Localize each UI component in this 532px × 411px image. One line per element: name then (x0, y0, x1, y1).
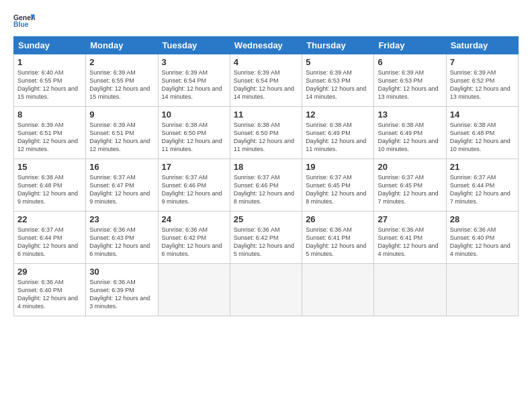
calendar-cell: 23Sunrise: 6:36 AM Sunset: 6:43 PM Dayli… (86, 212, 158, 264)
cell-details: Sunrise: 6:39 AM Sunset: 6:52 PM Dayligh… (450, 68, 515, 101)
calendar-cell: 28Sunrise: 6:36 AM Sunset: 6:40 PM Dayli… (446, 212, 518, 264)
cell-details: Sunrise: 6:39 AM Sunset: 6:54 PM Dayligh… (162, 68, 226, 101)
calendar-cell: 3Sunrise: 6:39 AM Sunset: 6:54 PM Daylig… (158, 54, 230, 107)
day-number: 3 (162, 57, 226, 67)
cell-details: Sunrise: 6:37 AM Sunset: 6:46 PM Dayligh… (234, 173, 298, 206)
day-number: 15 (17, 162, 82, 172)
day-number: 9 (89, 109, 154, 120)
cell-details: Sunrise: 6:39 AM Sunset: 6:51 PM Dayligh… (17, 121, 82, 154)
calendar-cell: 15Sunrise: 6:38 AM Sunset: 6:48 PM Dayli… (14, 159, 86, 212)
day-number: 30 (89, 267, 154, 277)
calendar-cell: 30Sunrise: 6:36 AM Sunset: 6:39 PM Dayli… (86, 264, 158, 316)
calendar-cell: 16Sunrise: 6:37 AM Sunset: 6:47 PM Dayli… (86, 159, 158, 212)
day-of-week-header: Friday (374, 37, 446, 54)
calendar-cell: 17Sunrise: 6:37 AM Sunset: 6:46 PM Dayli… (158, 159, 230, 212)
cell-details: Sunrise: 6:36 AM Sunset: 6:41 PM Dayligh… (378, 226, 442, 259)
cell-details: Sunrise: 6:36 AM Sunset: 6:42 PM Dayligh… (162, 226, 226, 259)
calendar-cell: 21Sunrise: 6:37 AM Sunset: 6:44 PM Dayli… (446, 159, 518, 212)
logo: General Blue (13, 12, 35, 31)
cell-details: Sunrise: 6:40 AM Sunset: 6:55 PM Dayligh… (17, 68, 82, 101)
calendar-cell: 1Sunrise: 6:40 AM Sunset: 6:55 PM Daylig… (14, 54, 86, 107)
cell-details: Sunrise: 6:36 AM Sunset: 6:43 PM Dayligh… (89, 226, 154, 259)
calendar-cell: 22Sunrise: 6:37 AM Sunset: 6:44 PM Dayli… (14, 212, 86, 264)
calendar-cell (446, 264, 518, 316)
cell-details: Sunrise: 6:37 AM Sunset: 6:45 PM Dayligh… (306, 173, 370, 206)
calendar-cell (158, 264, 230, 316)
day-number: 16 (89, 162, 154, 172)
calendar-cell: 11Sunrise: 6:38 AM Sunset: 6:50 PM Dayli… (230, 107, 302, 159)
day-of-week-header: Monday (86, 37, 158, 54)
calendar-cell: 26Sunrise: 6:36 AM Sunset: 6:41 PM Dayli… (302, 212, 374, 264)
calendar-cell: 27Sunrise: 6:36 AM Sunset: 6:41 PM Dayli… (374, 212, 446, 264)
day-of-week-header: Saturday (446, 37, 518, 54)
cell-details: Sunrise: 6:38 AM Sunset: 6:50 PM Dayligh… (162, 121, 226, 154)
cell-details: Sunrise: 6:36 AM Sunset: 6:40 PM Dayligh… (17, 278, 82, 311)
cell-details: Sunrise: 6:37 AM Sunset: 6:44 PM Dayligh… (17, 226, 82, 259)
calendar-cell (374, 264, 446, 316)
day-number: 23 (89, 214, 154, 224)
calendar-cell: 19Sunrise: 6:37 AM Sunset: 6:45 PM Dayli… (302, 159, 374, 212)
calendar-cell (302, 264, 374, 316)
cell-details: Sunrise: 6:37 AM Sunset: 6:44 PM Dayligh… (450, 173, 515, 206)
day-number: 14 (450, 109, 515, 120)
header: General Blue (13, 12, 519, 31)
calendar-cell: 9Sunrise: 6:39 AM Sunset: 6:51 PM Daylig… (86, 107, 158, 159)
day-number: 29 (17, 267, 82, 277)
day-number: 18 (234, 162, 298, 172)
cell-details: Sunrise: 6:37 AM Sunset: 6:47 PM Dayligh… (89, 173, 154, 206)
day-number: 20 (378, 162, 442, 172)
cell-details: Sunrise: 6:36 AM Sunset: 6:40 PM Dayligh… (450, 226, 515, 259)
calendar-cell: 8Sunrise: 6:39 AM Sunset: 6:51 PM Daylig… (14, 107, 86, 159)
calendar-cell: 18Sunrise: 6:37 AM Sunset: 6:46 PM Dayli… (230, 159, 302, 212)
cell-details: Sunrise: 6:38 AM Sunset: 6:48 PM Dayligh… (17, 173, 82, 206)
calendar-cell: 4Sunrise: 6:39 AM Sunset: 6:54 PM Daylig… (230, 54, 302, 107)
calendar-cell (230, 264, 302, 316)
cell-details: Sunrise: 6:39 AM Sunset: 6:53 PM Dayligh… (378, 68, 442, 101)
day-of-week-header: Thursday (302, 37, 374, 54)
calendar-cell: 14Sunrise: 6:38 AM Sunset: 6:48 PM Dayli… (446, 107, 518, 159)
cell-details: Sunrise: 6:37 AM Sunset: 6:46 PM Dayligh… (162, 173, 226, 206)
day-number: 28 (450, 214, 515, 224)
day-of-week-header: Tuesday (158, 37, 230, 54)
cell-details: Sunrise: 6:36 AM Sunset: 6:42 PM Dayligh… (234, 226, 298, 259)
calendar-cell: 13Sunrise: 6:38 AM Sunset: 6:49 PM Dayli… (374, 107, 446, 159)
day-number: 25 (234, 214, 298, 224)
cell-details: Sunrise: 6:36 AM Sunset: 6:39 PM Dayligh… (89, 278, 154, 311)
cell-details: Sunrise: 6:38 AM Sunset: 6:49 PM Dayligh… (378, 121, 442, 154)
calendar-table: SundayMondayTuesdayWednesdayThursdayFrid… (13, 36, 519, 316)
day-number: 27 (378, 214, 442, 224)
cell-details: Sunrise: 6:38 AM Sunset: 6:49 PM Dayligh… (306, 121, 370, 154)
cell-details: Sunrise: 6:39 AM Sunset: 6:53 PM Dayligh… (306, 68, 370, 101)
svg-text:Blue: Blue (13, 21, 29, 28)
calendar-cell: 6Sunrise: 6:39 AM Sunset: 6:53 PM Daylig… (374, 54, 446, 107)
day-number: 22 (17, 214, 82, 224)
day-number: 1 (17, 57, 82, 67)
day-number: 6 (378, 57, 442, 67)
calendar-cell: 5Sunrise: 6:39 AM Sunset: 6:53 PM Daylig… (302, 54, 374, 107)
calendar-cell: 24Sunrise: 6:36 AM Sunset: 6:42 PM Dayli… (158, 212, 230, 264)
day-number: 26 (306, 214, 370, 224)
calendar-cell: 10Sunrise: 6:38 AM Sunset: 6:50 PM Dayli… (158, 107, 230, 159)
day-of-week-header: Sunday (14, 37, 86, 54)
calendar-cell: 2Sunrise: 6:39 AM Sunset: 6:55 PM Daylig… (86, 54, 158, 107)
logo-icon: General Blue (13, 12, 35, 31)
day-number: 12 (306, 109, 370, 120)
calendar-cell: 29Sunrise: 6:36 AM Sunset: 6:40 PM Dayli… (14, 264, 86, 316)
day-number: 7 (450, 57, 515, 67)
day-number: 8 (17, 109, 82, 120)
cell-details: Sunrise: 6:38 AM Sunset: 6:48 PM Dayligh… (450, 121, 515, 154)
day-number: 19 (306, 162, 370, 172)
cell-details: Sunrise: 6:37 AM Sunset: 6:45 PM Dayligh… (378, 173, 442, 206)
calendar-cell: 20Sunrise: 6:37 AM Sunset: 6:45 PM Dayli… (374, 159, 446, 212)
day-number: 5 (306, 57, 370, 67)
day-of-week-header: Wednesday (230, 37, 302, 54)
day-number: 10 (162, 109, 226, 120)
cell-details: Sunrise: 6:39 AM Sunset: 6:55 PM Dayligh… (89, 68, 154, 101)
cell-details: Sunrise: 6:39 AM Sunset: 6:54 PM Dayligh… (234, 68, 298, 101)
calendar-cell: 25Sunrise: 6:36 AM Sunset: 6:42 PM Dayli… (230, 212, 302, 264)
day-number: 24 (162, 214, 226, 224)
day-number: 21 (450, 162, 515, 172)
day-number: 17 (162, 162, 226, 172)
day-number: 2 (89, 57, 154, 67)
calendar-cell: 12Sunrise: 6:38 AM Sunset: 6:49 PM Dayli… (302, 107, 374, 159)
